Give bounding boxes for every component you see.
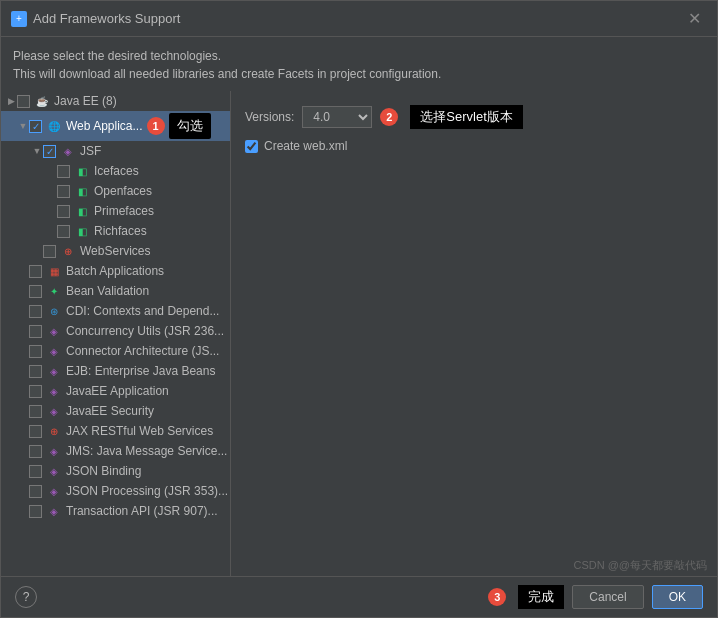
icon-icefaces: ◧ [74, 163, 90, 179]
dialog-icon: + [11, 11, 27, 27]
checkbox-cdi[interactable] [29, 305, 42, 318]
label-javaeeapp: JavaEE Application [66, 384, 169, 398]
icon-jax: ⊕ [46, 423, 62, 439]
tree-item-javaeeapp[interactable]: ▶ ◈ JavaEE Application [1, 381, 230, 401]
tree-item-javaee[interactable]: ▶ ☕ Java EE (8) [1, 91, 230, 111]
close-button[interactable]: ✕ [682, 7, 707, 30]
icon-jsf: ◈ [60, 143, 76, 159]
tree-item-security[interactable]: ▶ ◈ JavaEE Security [1, 401, 230, 421]
icon-jsonbind: ◈ [46, 463, 62, 479]
callout-label-2: 选择Servlet版本 [410, 105, 522, 129]
checkbox-jax[interactable] [29, 425, 42, 438]
icon-webservices: ⊕ [60, 243, 76, 259]
checkbox-jsonproc[interactable] [29, 485, 42, 498]
checkbox-webservices[interactable] [43, 245, 56, 258]
checkbox-javaeeapp[interactable] [29, 385, 42, 398]
icon-openfaces: ◧ [74, 183, 90, 199]
tree-item-openfaces[interactable]: ▶ ◧ Openfaces [1, 181, 230, 201]
checkbox-connector[interactable] [29, 345, 42, 358]
tree-item-cdi[interactable]: ▶ ⊛ CDI: Contexts and Depend... [1, 301, 230, 321]
checkbox-icefaces[interactable] [57, 165, 70, 178]
label-beanval: Bean Validation [66, 284, 149, 298]
main-content: ▶ ☕ Java EE (8) ▼ ✓ 🌐 Web Applica... 1 勾… [1, 91, 717, 576]
checkbox-transaction[interactable] [29, 505, 42, 518]
icon-jsonproc: ◈ [46, 483, 62, 499]
title-bar: + Add Frameworks Support ✕ [1, 1, 717, 37]
tree-item-connector[interactable]: ▶ ◈ Connector Architecture (JS... [1, 341, 230, 361]
tree-item-jsf[interactable]: ▼ ✓ ◈ JSF [1, 141, 230, 161]
versions-label: Versions: [245, 110, 294, 124]
checkbox-javaee[interactable] [17, 95, 30, 108]
icon-primefaces: ◧ [74, 203, 90, 219]
arrow-jsf: ▼ [31, 145, 43, 157]
create-xml-checkbox[interactable] [245, 140, 258, 153]
icon-batch: ▦ [46, 263, 62, 279]
checkbox-primefaces[interactable] [57, 205, 70, 218]
label-javaee: Java EE (8) [54, 94, 117, 108]
tree-item-primefaces[interactable]: ▶ ◧ Primefaces [1, 201, 230, 221]
tree-item-icefaces[interactable]: ▶ ◧ Icefaces [1, 161, 230, 181]
checkbox-security[interactable] [29, 405, 42, 418]
tree-item-transaction[interactable]: ▶ ◈ Transaction API (JSR 907)... [1, 501, 230, 521]
icon-webapp: 🌐 [46, 118, 62, 134]
label-openfaces: Openfaces [94, 184, 152, 198]
button-group: 3 完成 Cancel OK [488, 585, 703, 609]
title-bar-left: + Add Frameworks Support [11, 11, 180, 27]
description: Please select the desired technologies. … [1, 37, 717, 91]
versions-select[interactable]: 4.0 3.1 3.0 5.0 [302, 106, 372, 128]
callout-label-1: 勾选 [169, 113, 211, 139]
dialog-title: Add Frameworks Support [33, 11, 180, 26]
tree-item-jsonbind[interactable]: ▶ ◈ JSON Binding [1, 461, 230, 481]
tree-item-webservices[interactable]: ▶ ⊕ WebServices [1, 241, 230, 261]
callout-badge-1: 1 [147, 117, 165, 135]
checkbox-batch[interactable] [29, 265, 42, 278]
label-icefaces: Icefaces [94, 164, 139, 178]
checkbox-jsonbind[interactable] [29, 465, 42, 478]
icon-javaee: ☕ [34, 93, 50, 109]
checkbox-richfaces[interactable] [57, 225, 70, 238]
label-jax: JAX RESTful Web Services [66, 424, 213, 438]
tree-item-concurrency[interactable]: ▶ ◈ Concurrency Utils (JSR 236... [1, 321, 230, 341]
tree-item-batch[interactable]: ▶ ▦ Batch Applications [1, 261, 230, 281]
tree-item-ejb[interactable]: ▶ ◈ EJB: Enterprise Java Beans [1, 361, 230, 381]
label-webservices: WebServices [80, 244, 150, 258]
create-xml-label: Create web.xml [264, 139, 347, 153]
tree-item-jsonproc[interactable]: ▶ ◈ JSON Processing (JSR 353)... [1, 481, 230, 501]
label-jsf: JSF [80, 144, 101, 158]
tree-item-jax[interactable]: ▶ ⊕ JAX RESTful Web Services [1, 421, 230, 441]
icon-javaeeapp: ◈ [46, 383, 62, 399]
icon-jms: ◈ [46, 443, 62, 459]
label-security: JavaEE Security [66, 404, 154, 418]
ok-button[interactable]: OK [652, 585, 703, 609]
label-connector: Connector Architecture (JS... [66, 344, 219, 358]
label-jsonbind: JSON Binding [66, 464, 141, 478]
label-jms: JMS: Java Message Service... [66, 444, 227, 458]
icon-transaction: ◈ [46, 503, 62, 519]
description-line2: This will download all needed libraries … [13, 65, 705, 83]
help-button[interactable]: ? [15, 586, 37, 608]
checkbox-beanval[interactable] [29, 285, 42, 298]
right-panel: Versions: 4.0 3.1 3.0 5.0 2 选择Servlet版本 … [231, 91, 717, 576]
versions-row: Versions: 4.0 3.1 3.0 5.0 2 选择Servlet版本 [245, 105, 703, 129]
callout-badge-2: 2 [380, 108, 398, 126]
tree-item-richfaces[interactable]: ▶ ◧ Richfaces [1, 221, 230, 241]
checkbox-webapp[interactable]: ✓ [29, 120, 42, 133]
callout-label-3: 完成 [518, 585, 564, 609]
dialog: + Add Frameworks Support ✕ Please select… [0, 0, 718, 618]
create-xml-row: Create web.xml [245, 139, 703, 153]
icon-ejb: ◈ [46, 363, 62, 379]
watermark: CSDN @@每天都要敲代码 [573, 558, 707, 573]
label-richfaces: Richfaces [94, 224, 147, 238]
checkbox-concurrency[interactable] [29, 325, 42, 338]
label-transaction: Transaction API (JSR 907)... [66, 504, 218, 518]
checkbox-jsf[interactable]: ✓ [43, 145, 56, 158]
tree-item-webapp[interactable]: ▼ ✓ 🌐 Web Applica... 1 勾选 [1, 111, 230, 141]
icon-security: ◈ [46, 403, 62, 419]
checkbox-openfaces[interactable] [57, 185, 70, 198]
icon-beanval: ✦ [46, 283, 62, 299]
checkbox-jms[interactable] [29, 445, 42, 458]
tree-item-jms[interactable]: ▶ ◈ JMS: Java Message Service... [1, 441, 230, 461]
checkbox-ejb[interactable] [29, 365, 42, 378]
tree-item-beanval[interactable]: ▶ ✦ Bean Validation [1, 281, 230, 301]
cancel-button[interactable]: Cancel [572, 585, 643, 609]
